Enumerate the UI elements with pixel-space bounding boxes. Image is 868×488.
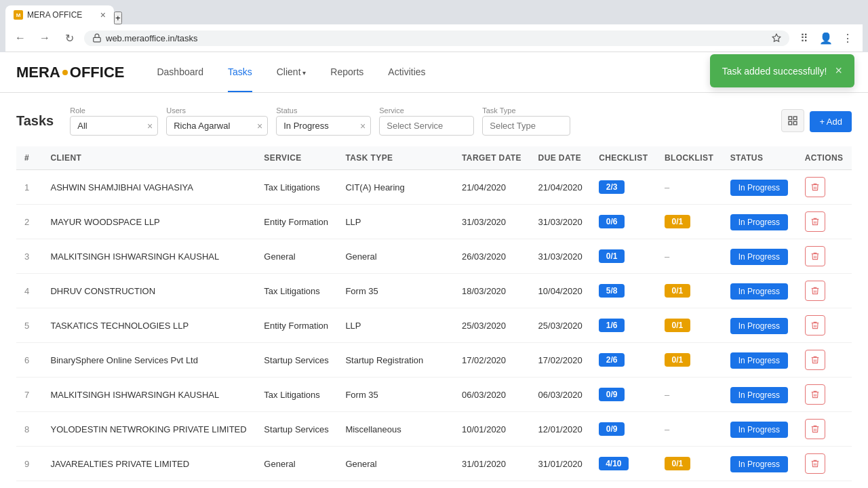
extensions-icon[interactable]: ⠿ [795, 28, 814, 47]
cell-service: Tax Litigations [256, 378, 337, 412]
cell-client: ASHWIN SHAMJIBHAI VAGHASIYA [42, 170, 256, 205]
cell-target-date: 21/04/2020 [454, 170, 530, 205]
table-row: 3 MALKITSINGH ISHWARSINGH KAUSHAL Genera… [16, 239, 852, 274]
status-badge: In Progress [730, 387, 788, 403]
page-title: Tasks [16, 113, 54, 129]
tab-title: MERA OFFICE [27, 10, 96, 20]
checklist-badge: 2/3 [599, 180, 625, 194]
tasktype-filter-input[interactable] [482, 116, 570, 136]
nav-activities[interactable]: Activities [388, 53, 425, 92]
cell-blocklist: – [656, 412, 722, 447]
checklist-badge: 0/9 [599, 388, 625, 401]
status-filter-clear[interactable]: × [360, 121, 366, 131]
cell-blocklist: 0/1 [656, 447, 722, 481]
cell-actions [797, 239, 852, 274]
blocklist-value: – [665, 251, 669, 262]
nav-client[interactable]: Client [277, 53, 307, 92]
back-button[interactable]: ← [11, 28, 30, 47]
cell-status: In Progress [722, 170, 797, 205]
cell-target-date: 10/01/2020 [454, 412, 530, 447]
delete-task-button[interactable] [805, 350, 825, 370]
table-row: 7 MALKITSINGH ISHWARSINGH KAUSHAL Tax Li… [16, 378, 852, 412]
users-filter-clear[interactable]: × [257, 121, 262, 131]
nav-reports[interactable]: Reports [330, 53, 363, 92]
delete-task-button[interactable] [805, 384, 825, 405]
blocklist-badge: 0/1 [665, 457, 690, 470]
delete-task-button[interactable] [805, 281, 825, 301]
delete-task-button[interactable] [805, 177, 825, 197]
role-filter-clear[interactable]: × [147, 121, 153, 131]
delete-task-button[interactable] [805, 211, 825, 232]
cell-status: In Progress [722, 274, 797, 308]
delete-task-button[interactable] [805, 453, 825, 474]
forward-button[interactable]: → [35, 28, 54, 47]
service-filter-label: Service [379, 106, 474, 115]
role-filter-input[interactable] [70, 116, 158, 136]
trash-icon [810, 182, 820, 192]
url-text: web.meraoffice.in/tasks [106, 33, 768, 43]
cell-due-date: 21/04/2020 [530, 170, 591, 205]
delete-task-button[interactable] [805, 246, 825, 266]
cell-num: 4 [16, 274, 42, 308]
cell-num: 2 [16, 205, 42, 239]
star-icon[interactable] [772, 33, 781, 43]
cell-target-date: 25/03/2020 [454, 308, 530, 343]
cell-num: 10 [16, 481, 42, 489]
col-due-date: DUE DATE [530, 146, 591, 170]
cell-task-type: General [337, 447, 454, 481]
cell-num: 9 [16, 447, 42, 481]
add-task-button[interactable]: + Add [810, 111, 852, 132]
profile-icon[interactable]: 👤 [816, 28, 835, 47]
checklist-badge: 4/10 [599, 457, 628, 470]
toast-close-button[interactable]: × [835, 64, 842, 78]
tasks-table: # CLIENT SERVICE TASK TYPE TARGET DATE D… [16, 146, 852, 488]
blocklist-value: – [665, 390, 669, 400]
table-row: 2 MAYUR WOODSPACE LLP Entity Formation L… [16, 205, 852, 239]
cell-actions [797, 481, 852, 489]
toolbar-icons: ⠿ 👤 ⋮ [795, 28, 857, 47]
cell-client: JAVAREALTIES PRIVATE LIMITED [42, 447, 256, 481]
nav-tasks[interactable]: Tasks [228, 53, 252, 92]
blocklist-badge: 0/1 [665, 215, 690, 228]
nav-dashboard[interactable]: Dashboard [157, 53, 203, 92]
close-tab-button[interactable]: × [100, 9, 106, 20]
cell-blocklist: 0/1 [656, 343, 722, 378]
delete-task-button[interactable] [805, 419, 825, 439]
delete-task-button[interactable] [805, 315, 825, 336]
status-badge: In Progress [730, 249, 788, 265]
new-tab-button[interactable]: + [114, 12, 122, 24]
cell-client: YOLODESTIN NETWROKING PRIVATE LIMITED [42, 412, 256, 447]
cell-task-type: General [337, 239, 454, 274]
cell-checklist: 2/3 [591, 170, 656, 205]
cell-blocklist: – [656, 170, 722, 205]
filters-bar: Role × Users × Status [70, 106, 770, 136]
users-filter-group: Users × [166, 106, 268, 136]
address-bar[interactable]: web.meraoffice.in/tasks [84, 30, 789, 46]
service-filter-input[interactable] [379, 116, 474, 136]
cell-service: Startup Services [256, 412, 337, 447]
svg-rect-4 [789, 121, 792, 125]
reload-button[interactable]: ↻ [60, 28, 79, 47]
browser-tab[interactable]: M MERA OFFICE × [5, 5, 114, 24]
cell-task-type: Startup Registration [337, 481, 454, 489]
menu-icon[interactable]: ⋮ [838, 28, 857, 47]
cell-service: General [256, 239, 337, 274]
cell-task-type: Startup Registration [337, 343, 454, 378]
grid-view-button[interactable] [781, 109, 804, 132]
status-badge: In Progress [730, 456, 788, 472]
cell-num: 3 [16, 239, 42, 274]
status-filter-input[interactable] [276, 116, 371, 136]
cell-checklist: 5/8 [591, 274, 656, 308]
cell-service: Entity Formation [256, 308, 337, 343]
cell-status: In Progress [722, 412, 797, 447]
cell-due-date: 12/01/2020 [530, 412, 591, 447]
checklist-badge: 2/6 [599, 353, 625, 367]
role-filter-wrap: × [70, 116, 158, 136]
logo-mera: MERA [16, 64, 60, 81]
cell-due-date: 25/03/2020 [530, 308, 591, 343]
status-badge: In Progress [730, 180, 788, 196]
users-filter-input[interactable] [166, 116, 268, 136]
col-actions: ACTIONS [797, 146, 852, 170]
cell-client: MAYUR WOODSPACE LLP [42, 205, 256, 239]
checklist-badge: 1/6 [599, 319, 625, 332]
